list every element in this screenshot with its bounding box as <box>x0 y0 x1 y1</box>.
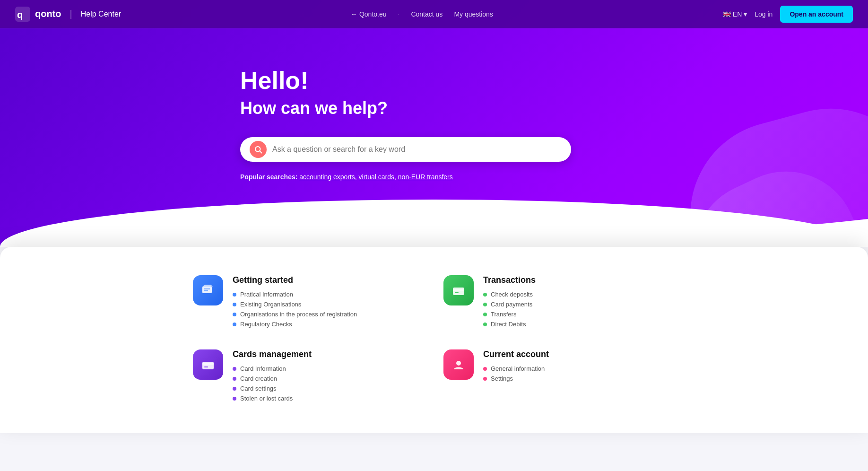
bullet-icon <box>233 323 236 326</box>
list-item-text: Card payments <box>491 301 532 308</box>
list-item[interactable]: Card Information <box>233 365 312 372</box>
qonto-logo-icon: q <box>15 7 30 22</box>
list-item[interactable]: Transfers <box>483 311 536 318</box>
header: q qonto | Help Center ← Qonto.eu · Conta… <box>0 0 868 28</box>
list-item-text: Existing Organisations <box>240 301 301 308</box>
hero-content: Hello! How can we help? Popular searches… <box>221 28 647 209</box>
svg-rect-9 <box>455 292 459 293</box>
svg-point-13 <box>456 361 461 366</box>
bullet-icon <box>233 313 236 316</box>
bullet-icon <box>483 293 487 297</box>
list-item[interactable]: Stolen or lost cards <box>233 395 312 402</box>
hero-tagline: How can we help? <box>240 98 628 118</box>
logo[interactable]: q qonto | Help Center <box>15 7 121 22</box>
list-item[interactable]: Check deposits <box>483 291 536 298</box>
lang-label: EN <box>733 10 742 18</box>
current-account-list: General information Settings <box>483 365 549 382</box>
language-selector[interactable]: 🇬🇧 EN ▾ <box>723 10 747 18</box>
getting-started-icon <box>193 275 223 305</box>
getting-started-title: Getting started <box>233 275 357 285</box>
back-to-qonto[interactable]: ← Qonto.eu <box>351 10 387 18</box>
list-item-text: Regulatory Checks <box>240 321 292 328</box>
bullet-icon <box>483 323 487 326</box>
bullet-icon <box>483 377 487 381</box>
category-cards-management[interactable]: Cards management Card Information Card c… <box>193 349 425 405</box>
chevron-down-icon: ▾ <box>744 10 747 18</box>
nav-dot: · <box>398 10 400 18</box>
content-wrapper: Getting started Pratical Information Exi… <box>0 247 868 433</box>
categories-grid: Getting started Pratical Information Exi… <box>174 247 694 433</box>
list-item-text: General information <box>491 365 545 372</box>
hero-greeting: Hello! <box>240 66 628 95</box>
cards-management-content: Cards management Card Information Card c… <box>233 349 312 405</box>
popular-link-transfers[interactable]: non-EUR transfers <box>398 173 453 181</box>
bullet-icon <box>483 313 487 316</box>
transactions-title: Transactions <box>483 275 536 285</box>
list-item[interactable]: General information <box>483 365 549 372</box>
list-item[interactable]: Card settings <box>233 385 312 392</box>
list-item-text: Card creation <box>240 375 277 382</box>
category-current-account[interactable]: Current account General information Sett… <box>443 349 675 405</box>
current-account-content: Current account General information Sett… <box>483 349 549 385</box>
my-questions-link[interactable]: My questions <box>454 10 493 18</box>
popular-link-virtual-cards[interactable]: virtual cards, <box>359 173 396 181</box>
header-right: 🇬🇧 EN ▾ Log in Open an account <box>723 6 853 23</box>
bullet-icon <box>233 303 236 306</box>
popular-link-accounting[interactable]: accounting exports, <box>299 173 356 181</box>
search-bar[interactable] <box>240 137 571 162</box>
hero-curve <box>0 209 868 247</box>
list-item-text: Card settings <box>240 385 277 392</box>
cards-management-title: Cards management <box>233 349 312 359</box>
list-item-text: Pratical Information <box>240 291 293 298</box>
svg-line-3 <box>260 151 261 153</box>
bullet-icon <box>233 377 236 381</box>
svg-rect-11 <box>202 363 214 365</box>
hero-section: Hello! How can we help? Popular searches… <box>0 0 868 247</box>
list-item[interactable]: Organisations in the process of registra… <box>233 311 357 318</box>
svg-text:q: q <box>17 9 23 20</box>
main-nav: ← Qonto.eu · Contact us My questions <box>351 10 493 18</box>
list-item[interactable]: Card creation <box>233 375 312 382</box>
open-account-button[interactable]: Open an account <box>780 6 853 23</box>
bullet-icon <box>233 387 236 391</box>
transactions-icon <box>443 275 474 305</box>
list-item-text: Direct Debits <box>491 321 526 328</box>
list-item[interactable]: Card payments <box>483 301 536 308</box>
category-transactions[interactable]: Transactions Check deposits Card payment… <box>443 275 675 331</box>
list-item[interactable]: Existing Organisations <box>233 301 357 308</box>
svg-rect-7 <box>453 288 464 295</box>
svg-rect-10 <box>202 362 214 369</box>
transactions-list: Check deposits Card payments Transfers <box>483 291 536 328</box>
svg-rect-4 <box>202 287 212 293</box>
popular-label: Popular searches: <box>240 173 297 181</box>
category-getting-started[interactable]: Getting started Pratical Information Exi… <box>193 275 425 331</box>
search-icon <box>254 145 262 154</box>
current-account-icon <box>443 349 474 380</box>
current-account-title: Current account <box>483 349 549 359</box>
bullet-icon <box>233 367 236 371</box>
list-item[interactable]: Direct Debits <box>483 321 536 328</box>
list-item[interactable]: Pratical Information <box>233 291 357 298</box>
bullet-icon <box>233 293 236 297</box>
logo-divider: | <box>70 9 72 19</box>
list-item-text: Organisations in the process of registra… <box>240 311 357 318</box>
search-icon-wrap <box>250 141 267 158</box>
search-input[interactable] <box>272 145 562 154</box>
popular-searches: Popular searches: accounting exports, vi… <box>240 173 628 181</box>
list-item-text: Card Information <box>240 365 286 372</box>
login-button[interactable]: Log in <box>755 10 773 18</box>
getting-started-content: Getting started Pratical Information Exi… <box>233 275 357 331</box>
contact-us-link[interactable]: Contact us <box>411 10 443 18</box>
list-item[interactable]: Settings <box>483 375 549 382</box>
list-item-text: Check deposits <box>491 291 533 298</box>
list-item[interactable]: Regulatory Checks <box>233 321 357 328</box>
list-item-text: Stolen or lost cards <box>240 395 293 402</box>
svg-rect-12 <box>204 366 208 367</box>
help-center-label: Help Center <box>81 10 121 18</box>
list-item-text: Settings <box>491 375 513 382</box>
flag-icon: 🇬🇧 <box>723 10 731 18</box>
bullet-icon <box>483 303 487 306</box>
qonto-wordmark: qonto <box>35 9 61 19</box>
bullet-icon <box>233 397 236 401</box>
cards-management-list: Card Information Card creation Card sett… <box>233 365 312 402</box>
